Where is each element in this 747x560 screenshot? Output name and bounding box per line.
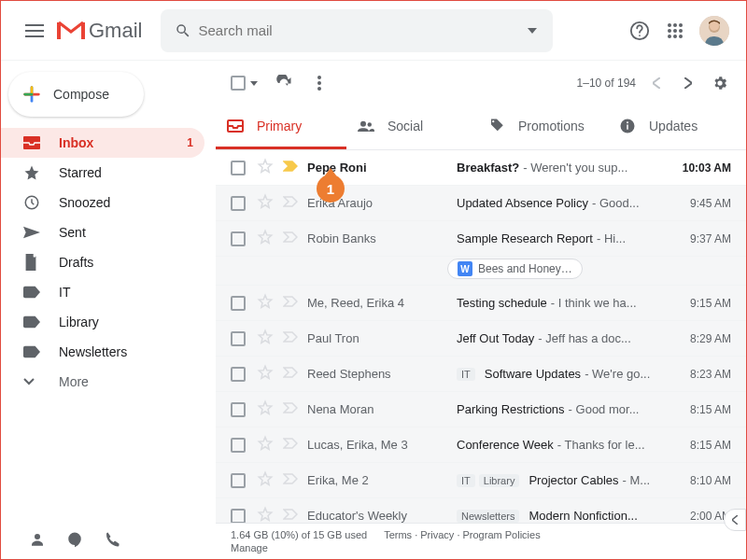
- email-row[interactable]: Robin BanksSample Research Report - Hi..…: [216, 221, 746, 257]
- importance-marker[interactable]: [283, 296, 300, 310]
- attachment-row: WBees and Honey…: [216, 257, 746, 286]
- star-button[interactable]: [257, 506, 275, 523]
- privacy-link[interactable]: Privacy: [420, 529, 454, 540]
- refresh-button[interactable]: [275, 74, 293, 92]
- sidebar-item-library[interactable]: Library: [1, 307, 204, 337]
- row-checkbox[interactable]: [231, 331, 246, 346]
- email-row[interactable]: Reed StephensITSoftware Updates - We're …: [216, 357, 746, 392]
- person-icon[interactable]: [29, 531, 46, 548]
- row-checkbox[interactable]: [231, 196, 246, 211]
- svg-point-24: [368, 122, 373, 127]
- manage-storage-link[interactable]: Manage: [231, 542, 367, 553]
- star-button[interactable]: [257, 435, 275, 455]
- importance-marker[interactable]: [283, 402, 300, 416]
- hamburger-icon: [25, 24, 44, 37]
- email-row[interactable]: Me, Reed, Erika 4Testing schedule - I th…: [216, 286, 746, 321]
- row-checkbox[interactable]: [231, 509, 246, 524]
- compose-button[interactable]: Compose: [8, 72, 144, 117]
- importance-marker[interactable]: [283, 473, 300, 487]
- sidebar-item-more[interactable]: More: [1, 367, 204, 397]
- star-button[interactable]: [257, 158, 275, 177]
- star-button[interactable]: [257, 470, 275, 490]
- inbox-icon: [23, 136, 42, 149]
- select-all[interactable]: [231, 76, 258, 91]
- apps-button[interactable]: [664, 20, 686, 42]
- search-bar[interactable]: [161, 9, 553, 52]
- sidebar-item-inbox[interactable]: Inbox1: [1, 128, 204, 158]
- search-options-button[interactable]: [519, 28, 545, 34]
- importance-marker[interactable]: [283, 231, 300, 245]
- star-button[interactable]: [257, 293, 275, 313]
- sent-icon: [23, 226, 42, 239]
- row-checkbox[interactable]: [231, 438, 246, 453]
- settings-button[interactable]: [709, 72, 731, 94]
- more-button[interactable]: [310, 74, 329, 92]
- importance-marker[interactable]: [283, 509, 300, 523]
- more-icon: [23, 378, 42, 385]
- tab-primary[interactable]: Primary: [216, 105, 346, 149]
- star-button[interactable]: [257, 399, 275, 419]
- email-row[interactable]: Educator's WeeklyNewslettersModern Nonfi…: [216, 498, 746, 523]
- newsletters-icon: [23, 345, 42, 358]
- select-all-checkbox[interactable]: [231, 76, 246, 91]
- category-tabs: Primary Social Promotions Updates: [216, 105, 746, 150]
- prev-page-button[interactable]: [645, 72, 668, 94]
- hangouts-icon[interactable]: [66, 531, 83, 548]
- attachment-chip[interactable]: WBees and Honey…: [447, 259, 583, 279]
- email-summary: ITSoftware Updates - We're go...: [457, 367, 662, 381]
- tab-promotions[interactable]: Promotions: [477, 105, 608, 149]
- svg-point-11: [673, 35, 677, 38]
- email-row[interactable]: Pepe RoniBreakfast? - Weren't you sup...…: [216, 150, 746, 186]
- email-row[interactable]: Erika, Me 2ITLibraryProjector Cables - M…: [216, 463, 746, 498]
- row-checkbox[interactable]: [231, 231, 246, 246]
- star-button[interactable]: [257, 229, 275, 248]
- sidebar-item-drafts[interactable]: Drafts: [1, 247, 204, 277]
- terms-link[interactable]: Terms: [384, 529, 412, 540]
- tab-updates[interactable]: Updates: [608, 105, 739, 149]
- importance-marker[interactable]: [283, 438, 300, 452]
- policies-link[interactable]: Program Policies: [463, 529, 541, 540]
- sidebar-item-starred[interactable]: Starred: [1, 158, 204, 188]
- star-button[interactable]: [257, 329, 275, 348]
- email-row[interactable]: Lucas, Erika, Me 3Conference Week - Than…: [216, 427, 746, 463]
- importance-marker[interactable]: [283, 331, 300, 345]
- tab-social[interactable]: Social: [346, 105, 477, 149]
- star-button[interactable]: [257, 193, 275, 213]
- email-summary: Breakfast? - Weren't you sup...: [457, 161, 662, 175]
- importance-marker[interactable]: [283, 196, 300, 210]
- search-input[interactable]: [198, 22, 519, 38]
- row-checkbox[interactable]: [231, 296, 246, 311]
- main-menu-button[interactable]: [12, 8, 57, 53]
- account-avatar[interactable]: [699, 16, 729, 46]
- more-vert-icon: [317, 76, 321, 91]
- gmail-logo[interactable]: Gmail: [57, 19, 142, 43]
- email-row[interactable]: Nena MoranParking Restrictions - Good mo…: [216, 392, 746, 427]
- sender-name: Educator's Weekly: [307, 509, 457, 523]
- email-time: 8:10 AM: [671, 474, 731, 487]
- it-icon: [23, 286, 42, 299]
- importance-marker[interactable]: [283, 367, 300, 381]
- sidebar-item-it[interactable]: IT: [1, 277, 204, 307]
- sidebar-item-sent[interactable]: Sent: [1, 217, 204, 247]
- refresh-icon: [275, 75, 292, 91]
- side-panel-toggle[interactable]: [724, 509, 746, 531]
- next-page-button[interactable]: [677, 72, 699, 94]
- email-summary: ITLibraryProjector Cables - M...: [457, 473, 662, 487]
- email-row[interactable]: Paul TronJeff Out Today - Jeff has a doc…: [216, 321, 746, 357]
- sender-name: Me, Reed, Erika 4: [307, 296, 457, 310]
- svg-point-23: [360, 121, 366, 127]
- row-checkbox[interactable]: [231, 161, 246, 175]
- help-button[interactable]: [628, 20, 651, 42]
- gmail-m-icon: [57, 21, 85, 41]
- row-checkbox[interactable]: [231, 402, 246, 417]
- email-time: 8:29 AM: [671, 332, 731, 345]
- star-button[interactable]: [257, 364, 275, 384]
- row-checkbox[interactable]: [231, 367, 246, 382]
- row-checkbox[interactable]: [231, 473, 246, 488]
- caret-down-icon[interactable]: [250, 81, 258, 86]
- sidebar-item-snoozed[interactable]: Snoozed: [1, 188, 204, 217]
- sidebar-item-newsletters[interactable]: Newsletters: [1, 337, 204, 367]
- email-row[interactable]: Erika AraujoUpdated Absence Policy - Goo…: [216, 186, 746, 221]
- importance-marker[interactable]: [283, 161, 300, 175]
- phone-icon[interactable]: [104, 531, 120, 548]
